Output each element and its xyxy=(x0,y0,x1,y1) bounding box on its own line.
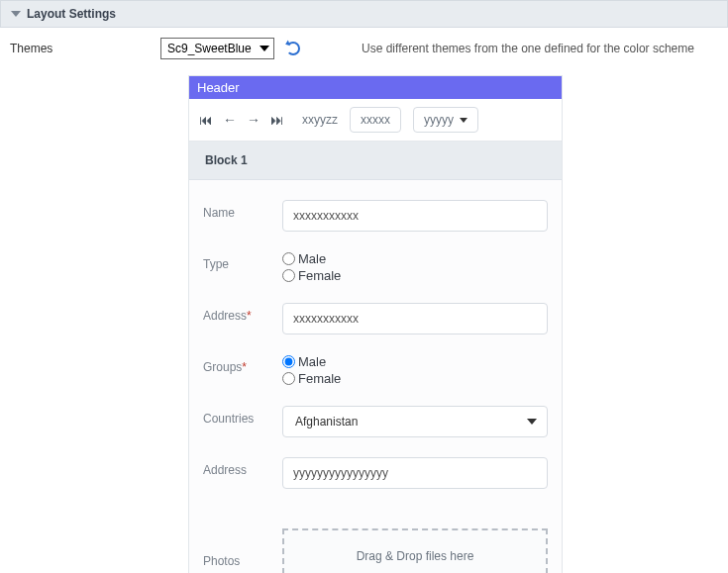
radios-type: Male Female xyxy=(282,251,341,283)
label-name: Name xyxy=(203,200,282,220)
breadcrumb-text: xxyyzz xyxy=(302,113,338,127)
select-countries[interactable]: Afghanistan xyxy=(282,406,548,437)
radio-groups-female[interactable]: Female xyxy=(282,371,341,386)
chevron-down-icon xyxy=(460,118,468,123)
nav-prev-icon[interactable]: ← xyxy=(223,113,237,127)
themes-label: Themes xyxy=(10,42,149,55)
nav-first-icon[interactable]: ⏮ xyxy=(199,113,213,127)
pill-yyyyy[interactable]: yyyyy xyxy=(413,107,478,133)
refresh-icon[interactable] xyxy=(286,42,300,55)
pill-yyyyy-label: yyyyy xyxy=(424,113,454,127)
nav-icons: ⏮ ← → ⏭ xyxy=(199,113,284,127)
radio-type-female[interactable]: Female xyxy=(282,268,341,283)
pill-xxxxx-label: xxxxx xyxy=(361,113,390,127)
label-countries: Countries xyxy=(203,406,282,426)
label-groups: Groups* xyxy=(203,354,282,374)
block-title: Block 1 xyxy=(189,142,562,180)
radio-groups-male[interactable]: Male xyxy=(282,354,341,369)
dropzone-text: Drag & Drop files here xyxy=(357,549,474,563)
preview-toolbar: ⏮ ← → ⏭ xxyyzz xxxxx yyyyy xyxy=(189,99,562,142)
row-address2: Address xyxy=(203,447,548,499)
themes-hint: Use different themes from the one define… xyxy=(362,42,718,55)
preview-header: Header xyxy=(189,76,562,99)
nav-last-icon[interactable]: ⏭ xyxy=(270,113,284,127)
pill-xxxxx[interactable]: xxxxx xyxy=(350,107,401,133)
nav-next-icon[interactable]: → xyxy=(247,113,260,127)
section-title: Layout Settings xyxy=(27,7,116,21)
themes-row: Themes Sc9_SweetBlue Use different theme… xyxy=(0,28,728,65)
label-address2: Address xyxy=(203,457,282,477)
row-groups: Groups* Male Female xyxy=(203,344,548,396)
row-countries: Countries Afghanistan xyxy=(203,396,548,447)
preview-container: Header ⏮ ← → ⏭ xxyyzz xxxxx yyyyy Block … xyxy=(0,65,728,573)
chevron-down-icon[interactable] xyxy=(11,11,21,17)
label-type: Type xyxy=(203,251,282,271)
radios-groups: Male Female xyxy=(282,354,341,386)
input-address-req[interactable] xyxy=(282,303,548,334)
layout-settings-header: Layout Settings xyxy=(0,0,728,28)
photos-dropzone[interactable]: Drag & Drop files here xyxy=(282,528,548,573)
label-address-req: Address* xyxy=(203,303,282,323)
themes-select[interactable]: Sc9_SweetBlue xyxy=(160,38,274,59)
preview-panel: Header ⏮ ← → ⏭ xxyyzz xxxxx yyyyy Block … xyxy=(188,75,563,573)
form-block: Name Type Male Female Address* Groups* M… xyxy=(189,180,562,573)
row-type: Type Male Female xyxy=(203,241,548,293)
input-name[interactable] xyxy=(282,200,548,232)
row-name: Name xyxy=(203,190,548,241)
label-photos: Photos xyxy=(203,528,282,568)
row-photos: Photos Drag & Drop files here xyxy=(203,499,548,573)
radio-type-male[interactable]: Male xyxy=(282,251,341,266)
input-address2[interactable] xyxy=(282,457,548,489)
row-address-req: Address* xyxy=(203,293,548,344)
